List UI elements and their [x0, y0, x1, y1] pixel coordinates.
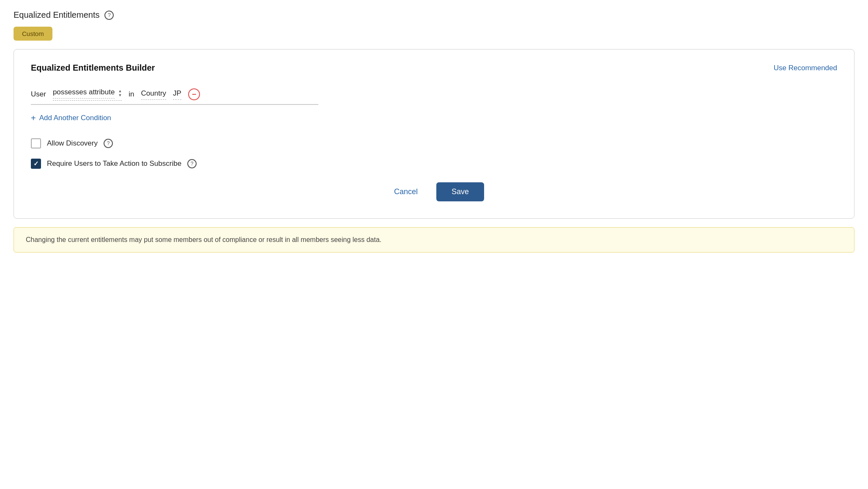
- builder-card: Equalized Entitlements Builder Use Recom…: [14, 49, 854, 219]
- require-action-row: Require Users to Take Action to Subscrib…: [31, 159, 837, 169]
- allow-discovery-checkbox[interactable]: [31, 138, 41, 148]
- condition-operator: in: [129, 90, 134, 99]
- add-condition-row: + Add Another Condition: [31, 113, 837, 123]
- remove-condition-button[interactable]: [188, 88, 200, 100]
- add-condition-label: Add Another Condition: [39, 114, 111, 122]
- attribute-select-text: possesses attribute: [53, 88, 115, 99]
- builder-header: Equalized Entitlements Builder Use Recom…: [31, 63, 837, 73]
- allow-discovery-row: Allow Discovery ?: [31, 138, 837, 148]
- require-action-help-icon[interactable]: ?: [187, 159, 197, 168]
- add-condition-button[interactable]: + Add Another Condition: [31, 113, 111, 123]
- attribute-select[interactable]: possesses attribute ▲ ▼: [53, 88, 122, 101]
- cancel-button[interactable]: Cancel: [384, 183, 428, 201]
- warning-text: Changing the current entitlements may pu…: [26, 236, 381, 243]
- condition-row: User possesses attribute ▲ ▼ in Country …: [31, 88, 837, 101]
- allow-discovery-help-icon[interactable]: ?: [104, 139, 113, 148]
- allow-discovery-label: Allow Discovery: [47, 139, 98, 148]
- condition-divider: [31, 104, 318, 105]
- require-action-checkbox[interactable]: [31, 159, 41, 169]
- country-field[interactable]: Country: [141, 89, 167, 100]
- save-button[interactable]: Save: [436, 182, 484, 201]
- country-value-field[interactable]: JP: [173, 89, 181, 100]
- condition-subject: User: [31, 90, 46, 99]
- page-title: Equalized Entitlements: [14, 10, 99, 20]
- page-header: Equalized Entitlements ?: [14, 10, 854, 20]
- attribute-chevron-icon[interactable]: ▲ ▼: [118, 89, 122, 98]
- warning-banner: Changing the current entitlements may pu…: [14, 227, 854, 253]
- builder-title: Equalized Entitlements Builder: [31, 63, 155, 73]
- plus-icon: +: [31, 113, 36, 123]
- page-help-icon[interactable]: ?: [104, 11, 114, 20]
- require-action-label: Require Users to Take Action to Subscrib…: [47, 159, 181, 168]
- custom-badge[interactable]: Custom: [14, 27, 52, 41]
- use-recommended-link[interactable]: Use Recommended: [774, 64, 837, 72]
- actions-row: Cancel Save: [31, 182, 837, 201]
